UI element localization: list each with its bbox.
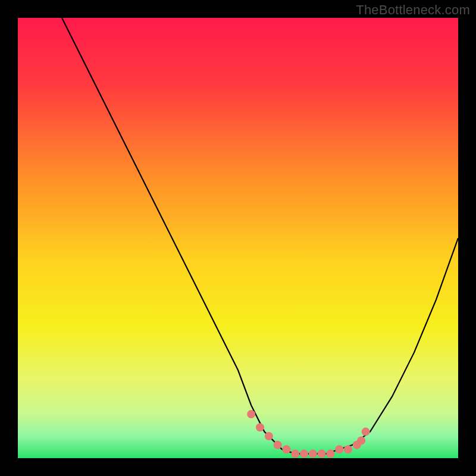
highlight-dot [357,436,365,444]
highlight-dot [265,432,273,440]
curve-layer [18,18,458,458]
highlight-dot [247,410,255,418]
highlight-dot [256,423,264,431]
chart-stage: TheBottleneck.com [0,0,476,476]
highlight-dots [247,410,369,458]
highlight-dot [282,445,290,453]
highlight-dot [344,445,352,453]
highlight-dot [274,441,282,449]
highlight-dot [362,428,370,436]
highlight-dot [326,450,334,458]
highlight-dot [335,445,343,453]
watermark-text: TheBottleneck.com [356,2,470,18]
plot-area [18,18,458,458]
highlight-dot [291,450,299,458]
highlight-dot [309,450,317,458]
highlight-dot [300,450,308,458]
bottleneck-curve [62,18,458,454]
highlight-dot [318,450,326,458]
